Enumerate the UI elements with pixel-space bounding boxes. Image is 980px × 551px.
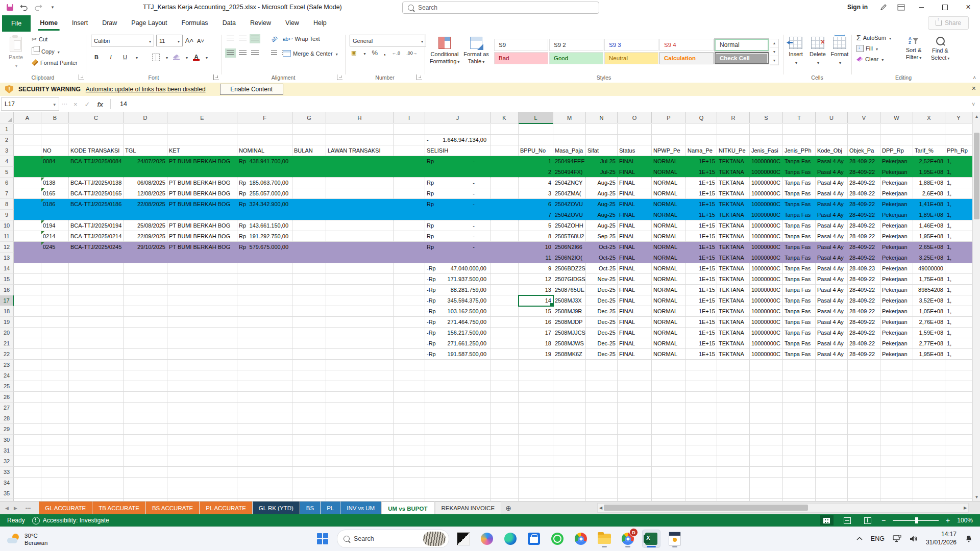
- cell-R25[interactable]: [717, 381, 750, 392]
- cell-H18[interactable]: [326, 306, 394, 317]
- cell-H1[interactable]: [326, 124, 394, 135]
- cell-X32[interactable]: [913, 456, 945, 467]
- cell-T6[interactable]: Tanpa Fas: [783, 178, 816, 188]
- clipboard-dialog-launcher[interactable]: [79, 74, 84, 80]
- format-cells-button[interactable]: Format: [829, 33, 850, 65]
- cell-N4[interactable]: Jul-25: [586, 156, 618, 167]
- cell-R23[interactable]: [717, 360, 750, 370]
- cell-J21[interactable]: -Rp271.661.250,00: [425, 338, 491, 349]
- cell-F14[interactable]: [237, 263, 292, 274]
- cell-Y20[interactable]: 1,: [945, 328, 972, 338]
- cell-M22[interactable]: 2508MK6Z: [553, 349, 586, 360]
- cell-I5[interactable]: [394, 167, 425, 178]
- cell-L34[interactable]: [519, 478, 553, 488]
- cell-G8[interactable]: [292, 199, 326, 210]
- cell-S19[interactable]: 10000000C: [750, 317, 783, 328]
- cell-H28[interactable]: [326, 413, 394, 424]
- cell-Q5[interactable]: 1E+15: [686, 167, 717, 178]
- sheet-tab-bs[interactable]: BS: [300, 502, 320, 515]
- cell-I1[interactable]: [394, 124, 425, 135]
- cell-E24[interactable]: [167, 370, 237, 381]
- zoom-slider-thumb[interactable]: [915, 517, 918, 523]
- cell-T15[interactable]: Tanpa Fas: [783, 274, 816, 285]
- column-header-M[interactable]: M: [553, 112, 586, 123]
- cell-N10[interactable]: Aug-25: [586, 220, 618, 231]
- cell-Q11[interactable]: 1E+15: [686, 231, 717, 242]
- cell-K3[interactable]: [491, 145, 519, 156]
- cell-R22[interactable]: TEKTANA: [717, 349, 750, 360]
- cell-A30[interactable]: [14, 435, 41, 445]
- font-color-button[interactable]: A: [193, 54, 200, 61]
- cell-F19[interactable]: [237, 317, 292, 328]
- cell-D12[interactable]: 29/10/2025: [124, 242, 167, 253]
- cell-X2[interactable]: [913, 135, 945, 145]
- cell-E30[interactable]: [167, 435, 237, 445]
- cell-U4[interactable]: Pasal 4 Ay: [816, 156, 848, 167]
- cell-G6[interactable]: [292, 178, 326, 188]
- cell-S27[interactable]: [750, 403, 783, 413]
- cell-C34[interactable]: [69, 478, 124, 488]
- cell-V34[interactable]: [848, 478, 880, 488]
- cell-L3[interactable]: BPPU_No: [519, 145, 553, 156]
- cell-T21[interactable]: Tanpa Fas: [783, 338, 816, 349]
- cell-L8[interactable]: 6: [519, 199, 553, 210]
- minimize-button[interactable]: [910, 0, 933, 14]
- orientation-icon[interactable]: ab: [270, 34, 279, 43]
- cell-R20[interactable]: TEKTANA: [717, 328, 750, 338]
- cell-G9[interactable]: [292, 210, 326, 220]
- cell-L26[interactable]: [519, 392, 553, 403]
- cell-K25[interactable]: [491, 381, 519, 392]
- cell-X24[interactable]: [913, 370, 945, 381]
- cell-A23[interactable]: [14, 360, 41, 370]
- font-color-dropdown[interactable]: [205, 54, 208, 60]
- row-header-1[interactable]: 1: [0, 124, 14, 135]
- cell-X5[interactable]: 1,95E+08: [913, 167, 945, 178]
- cell-P31[interactable]: [652, 445, 686, 456]
- cell-I17[interactable]: [394, 295, 425, 306]
- cell-Q24[interactable]: [686, 370, 717, 381]
- cell-B18[interactable]: [41, 306, 69, 317]
- cell-W17[interactable]: Pekerjaan: [880, 295, 913, 306]
- cell-G30[interactable]: [292, 435, 326, 445]
- cell-M18[interactable]: 2508MJ9R: [553, 306, 586, 317]
- cell-L31[interactable]: [519, 445, 553, 456]
- cell-M15[interactable]: 2507GIDGS: [553, 274, 586, 285]
- cell-J8[interactable]: Rp-: [425, 199, 491, 210]
- cell-S30[interactable]: [750, 435, 783, 445]
- cell-R21[interactable]: TEKTANA: [717, 338, 750, 349]
- cell-V20[interactable]: 28-409-22: [848, 328, 880, 338]
- expand-formula-bar-icon[interactable]: ˅: [967, 102, 980, 107]
- cell-R12[interactable]: TEKTANA: [717, 242, 750, 253]
- cell-X35[interactable]: [913, 488, 945, 499]
- cell-E22[interactable]: [167, 349, 237, 360]
- cell-B34[interactable]: [41, 478, 69, 488]
- cell-H11[interactable]: [326, 231, 394, 242]
- cell-L29[interactable]: [519, 424, 553, 435]
- cell-X9[interactable]: 1,89E+08: [913, 210, 945, 220]
- taskbar-bw-app-icon[interactable]: [454, 530, 473, 548]
- cell-O26[interactable]: [618, 392, 652, 403]
- cell-S18[interactable]: 10000000C: [750, 306, 783, 317]
- cell-M31[interactable]: [553, 445, 586, 456]
- cell-N34[interactable]: [586, 478, 618, 488]
- cell-M20[interactable]: 2508MJJCS: [553, 328, 586, 338]
- row-header-12[interactable]: 12: [0, 242, 14, 253]
- cell-style-neutral[interactable]: Neutral: [604, 52, 658, 64]
- cell-U8[interactable]: Pasal 4 Ay: [816, 199, 848, 210]
- gallery-scroll[interactable]: ▲ ▼ ▼: [770, 39, 779, 65]
- cell-U17[interactable]: Pasal 4 Ay: [816, 295, 848, 306]
- cell-Q33[interactable]: [686, 467, 717, 478]
- cell-F12[interactable]: Rp579.675.000,00: [237, 242, 292, 253]
- cell-A17[interactable]: [14, 295, 41, 306]
- cell-W13[interactable]: Pekerjaan: [880, 253, 913, 263]
- cell-F32[interactable]: [237, 456, 292, 467]
- cell-G7[interactable]: [292, 188, 326, 199]
- cell-F1[interactable]: [237, 124, 292, 135]
- cell-G28[interactable]: [292, 413, 326, 424]
- cell-N15[interactable]: Nov-25: [586, 274, 618, 285]
- cell-Y8[interactable]: 1,: [945, 199, 972, 210]
- cell-C21[interactable]: [69, 338, 124, 349]
- cell-L23[interactable]: [519, 360, 553, 370]
- cell-K35[interactable]: [491, 488, 519, 499]
- cell-H27[interactable]: [326, 403, 394, 413]
